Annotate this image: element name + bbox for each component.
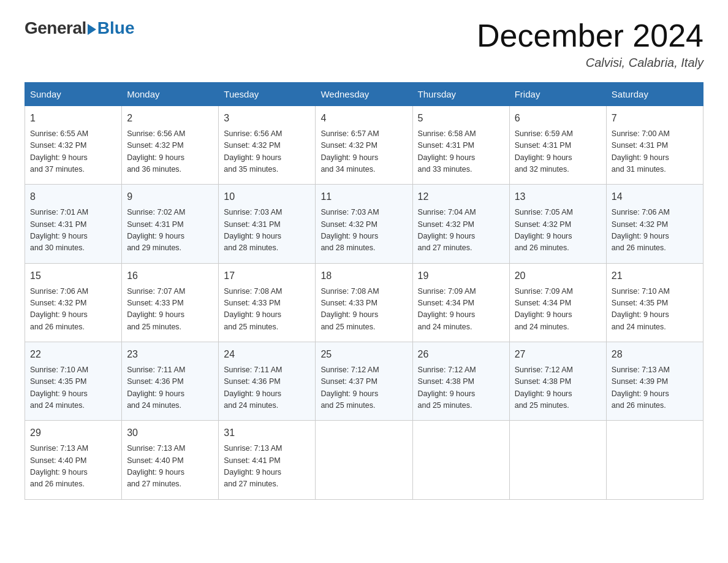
day-info-line: and 37 minutes. [30,164,116,175]
day-info-line: Sunrise: 7:06 AM [612,207,698,218]
day-number: 17 [224,269,310,284]
day-info-line: and 25 minutes. [320,321,407,333]
calendar-day-3: 3Sunrise: 6:56 AMSunset: 4:32 PMDaylight… [219,106,316,185]
day-info-line: Sunset: 4:31 PM [127,219,213,231]
day-info-line: Daylight: 9 hours [612,309,698,321]
calendar-empty-cell [606,421,703,499]
calendar-day-19: 19Sunrise: 7:09 AMSunset: 4:34 PMDayligh… [412,263,509,342]
day-info-line: Sunset: 4:32 PM [612,219,698,231]
day-info-line: Daylight: 9 hours [127,309,213,321]
month-title: December 2024 [477,18,703,53]
day-info-line: Daylight: 9 hours [30,467,116,478]
calendar-day-26: 26Sunrise: 7:12 AMSunset: 4:38 PMDayligh… [412,342,509,421]
day-info-line: Daylight: 9 hours [418,152,504,164]
logo-general-text: General [25,18,86,38]
day-info-line: Sunrise: 6:56 AM [224,128,310,140]
day-number: 7 [612,111,698,126]
day-info-line: and 24 minutes. [127,400,213,412]
day-info-line: Sunset: 4:38 PM [418,376,504,388]
location-text: Calvisi, Calabria, Italy [477,56,703,70]
day-info-line: and 26 minutes. [612,242,698,254]
day-info-line: Sunset: 4:31 PM [224,219,310,231]
day-info-line: and 28 minutes. [224,242,310,254]
day-info-line: Sunset: 4:40 PM [30,455,116,467]
day-number: 23 [127,347,213,362]
day-info-line: Daylight: 9 hours [320,309,407,321]
day-number: 24 [224,347,310,362]
day-info-line: and 29 minutes. [127,242,213,254]
day-info-line: Sunrise: 7:08 AM [224,286,310,297]
day-number: 30 [127,426,213,441]
calendar-day-1: 1Sunrise: 6:55 AMSunset: 4:32 PMDaylight… [25,106,122,185]
day-info-line: and 28 minutes. [320,242,407,254]
calendar-empty-cell [316,421,412,499]
weekday-header-tuesday: Tuesday [219,83,316,106]
day-info-line: Daylight: 9 hours [515,231,601,242]
day-number: 9 [127,190,213,205]
calendar-day-14: 14Sunrise: 7:06 AMSunset: 4:32 PMDayligh… [606,185,703,263]
day-info-line: Daylight: 9 hours [418,231,504,242]
day-info-line: Sunset: 4:33 PM [320,297,407,309]
day-info-line: Sunset: 4:33 PM [224,297,310,309]
day-info-line: and 24 minutes. [30,400,116,412]
day-info-line: Sunrise: 7:08 AM [320,286,407,297]
day-info-line: Sunset: 4:38 PM [515,376,601,388]
day-info-line: Sunset: 4:32 PM [127,140,213,151]
day-info-line: Sunset: 4:33 PM [127,297,213,309]
day-info-line: Sunrise: 7:11 AM [224,364,310,376]
calendar-week-3: 15Sunrise: 7:06 AMSunset: 4:32 PMDayligh… [25,263,703,342]
day-info-line: Daylight: 9 hours [224,388,310,400]
weekday-header-friday: Friday [509,83,606,106]
day-info-line: and 30 minutes. [30,242,116,254]
day-info-line: Sunset: 4:41 PM [224,455,310,467]
day-info-line: and 24 minutes. [418,321,504,333]
day-info-line: and 24 minutes. [515,321,601,333]
day-info-line: and 24 minutes. [224,400,310,412]
day-info-line: and 25 minutes. [224,321,310,333]
day-number: 3 [224,111,310,126]
page-header: General Blue December 2024 Calvisi, Cala… [25,18,703,70]
day-info-line: Sunset: 4:31 PM [418,140,504,151]
day-info-line: Sunset: 4:31 PM [612,140,698,151]
day-info-line: Daylight: 9 hours [515,309,601,321]
day-info-line: and 36 minutes. [127,164,213,175]
day-number: 8 [30,190,116,205]
day-info-line: Daylight: 9 hours [515,152,601,164]
day-info-line: Daylight: 9 hours [224,231,310,242]
day-info-line: Sunrise: 7:13 AM [30,443,116,454]
calendar-day-25: 25Sunrise: 7:12 AMSunset: 4:37 PMDayligh… [316,342,412,421]
calendar-header-row: SundayMondayTuesdayWednesdayThursdayFrid… [25,83,703,106]
day-info-line: Daylight: 9 hours [224,309,310,321]
calendar-day-4: 4Sunrise: 6:57 AMSunset: 4:32 PMDaylight… [316,106,412,185]
day-info-line: Daylight: 9 hours [30,309,116,321]
calendar-day-12: 12Sunrise: 7:04 AMSunset: 4:32 PMDayligh… [412,185,509,263]
calendar-day-31: 31Sunrise: 7:13 AMSunset: 4:41 PMDayligh… [219,421,316,499]
day-info-line: Sunrise: 7:07 AM [127,286,213,297]
day-info-line: Sunrise: 7:01 AM [30,207,116,218]
day-info-line: Sunset: 4:32 PM [418,219,504,231]
day-info-line: Daylight: 9 hours [418,309,504,321]
day-info-line: Daylight: 9 hours [30,388,116,400]
day-number: 4 [320,111,407,126]
day-number: 19 [418,269,504,284]
day-info-line: Sunrise: 7:12 AM [515,364,601,376]
day-info-line: Daylight: 9 hours [320,231,407,242]
calendar-day-29: 29Sunrise: 7:13 AMSunset: 4:40 PMDayligh… [25,421,122,499]
day-number: 12 [418,190,504,205]
day-info-line: Sunset: 4:36 PM [127,376,213,388]
day-info-line: and 33 minutes. [418,164,504,175]
calendar-day-17: 17Sunrise: 7:08 AMSunset: 4:33 PMDayligh… [219,263,316,342]
calendar-week-2: 8Sunrise: 7:01 AMSunset: 4:31 PMDaylight… [25,185,703,263]
day-info-line: Sunrise: 7:13 AM [224,443,310,454]
calendar-day-10: 10Sunrise: 7:03 AMSunset: 4:31 PMDayligh… [219,185,316,263]
calendar-day-28: 28Sunrise: 7:13 AMSunset: 4:39 PMDayligh… [606,342,703,421]
day-info-line: Daylight: 9 hours [612,388,698,400]
day-number: 14 [612,190,698,205]
day-info-line: Daylight: 9 hours [127,388,213,400]
day-info-line: Sunrise: 6:58 AM [418,128,504,140]
day-info-line: Sunrise: 7:12 AM [418,364,504,376]
day-number: 2 [127,111,213,126]
day-info-line: Sunset: 4:32 PM [320,140,407,151]
day-info-line: Sunset: 4:32 PM [224,140,310,151]
day-info-line: Sunrise: 7:13 AM [612,364,698,376]
